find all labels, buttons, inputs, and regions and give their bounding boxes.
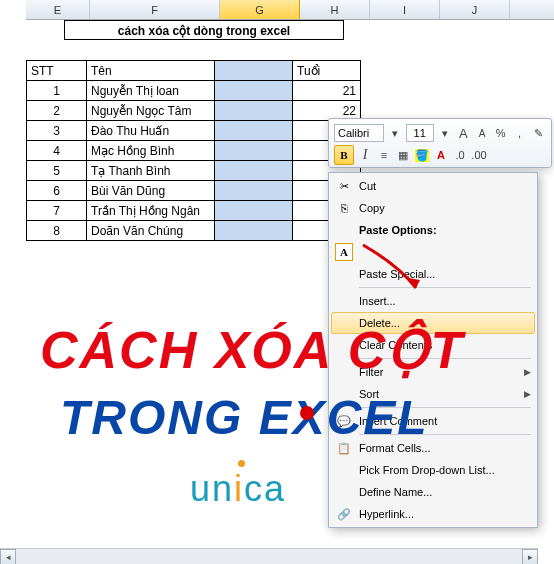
sheet-title[interactable]: cách xóa cột dòng trong excel — [64, 20, 344, 40]
col-header-H[interactable]: H — [300, 0, 370, 19]
table-row: 5Tạ Thanh Bình — [27, 161, 361, 181]
hyperlink-icon: 🔗 — [335, 505, 353, 523]
font-dropdown-icon[interactable]: ▾ — [387, 125, 403, 141]
menu-define-name[interactable]: Define Name... — [331, 481, 535, 503]
italic-button[interactable]: I — [357, 147, 373, 163]
menu-copy[interactable]: ⎘Copy — [331, 197, 535, 219]
col-header-F[interactable]: F — [90, 0, 220, 19]
size-dropdown-icon[interactable]: ▾ — [437, 125, 453, 141]
table-row: 6Bùi Văn Dũng — [27, 181, 361, 201]
copy-icon: ⎘ — [335, 199, 353, 217]
menu-paste-options-header: Paste Options: — [331, 219, 535, 241]
col-header-I[interactable]: I — [370, 0, 440, 19]
menu-insert[interactable]: Insert... — [331, 290, 535, 312]
header-tuoi[interactable]: Tuổi — [293, 61, 361, 81]
align-icon[interactable]: ≡ — [376, 147, 392, 163]
col-header-G[interactable]: G — [220, 0, 300, 19]
scroll-right-icon[interactable]: ▸ — [522, 549, 538, 565]
table-row: 8Doãn Văn Chúng — [27, 221, 361, 241]
grow-font-icon[interactable]: A — [455, 125, 471, 141]
scroll-track[interactable] — [16, 549, 522, 565]
menu-paste-special[interactable]: Paste Special... — [331, 263, 535, 285]
shrink-font-icon[interactable]: A — [474, 125, 490, 141]
comma-icon[interactable]: , — [512, 125, 528, 141]
scroll-left-icon[interactable]: ◂ — [0, 549, 16, 565]
red-dot-decoration — [300, 406, 314, 420]
border-icon[interactable]: ▦ — [395, 147, 411, 163]
overlay-title-blue: TRONG EXCEL — [60, 390, 429, 445]
col-header-J[interactable]: J — [440, 0, 510, 19]
format-painter-icon[interactable]: ✎ — [530, 125, 546, 141]
submenu-arrow-icon: ▶ — [524, 367, 531, 377]
header-empty[interactable] — [215, 61, 293, 81]
horizontal-scrollbar[interactable]: ◂ ▸ — [0, 548, 538, 564]
table-row: 3Đào Thu Huấn20 — [27, 121, 361, 141]
paste-icon: A — [335, 243, 353, 261]
font-color-icon[interactable]: A — [433, 147, 449, 163]
menu-pick-dropdown[interactable]: Pick From Drop-down List... — [331, 459, 535, 481]
menu-hyperlink[interactable]: 🔗Hyperlink... — [331, 503, 535, 525]
decrease-decimal-icon[interactable]: .0 — [452, 147, 468, 163]
font-size-input[interactable] — [406, 124, 434, 142]
mini-toolbar: ▾ ▾ A A % , ✎ B I ≡ ▦ 🪣 A .0 .00 — [328, 118, 552, 168]
table-row: 4Mạc Hồng Bình23 — [27, 141, 361, 161]
col-header-E[interactable]: E — [26, 0, 90, 19]
bold-button[interactable]: B — [334, 145, 354, 165]
table-row: 2Nguyễn Ngọc Tâm22 — [27, 101, 361, 121]
menu-paste[interactable]: A — [331, 241, 535, 263]
scissors-icon: ✂ — [335, 177, 353, 195]
header-stt[interactable]: STT — [27, 61, 87, 81]
header-ten[interactable]: Tên — [87, 61, 215, 81]
fill-color-icon[interactable]: 🪣 — [414, 147, 430, 163]
column-headers: E F G H I J — [26, 0, 554, 20]
font-select[interactable] — [334, 124, 384, 142]
menu-separator — [359, 287, 531, 288]
unica-logo: unica — [190, 468, 286, 510]
submenu-arrow-icon: ▶ — [524, 389, 531, 399]
logo-dot — [238, 460, 245, 467]
table-row: 7Trần Thị Hồng Ngân — [27, 201, 361, 221]
increase-decimal-icon[interactable]: .00 — [471, 147, 487, 163]
percent-icon[interactable]: % — [493, 125, 509, 141]
table-row: 1Nguyễn Thị loan21 — [27, 81, 361, 101]
overlay-title-red: CÁCH XÓA CỘT — [40, 320, 464, 380]
menu-cut[interactable]: ✂Cut — [331, 175, 535, 197]
data-table: STT Tên Tuổi 1Nguyễn Thị loan21 2Nguyễn … — [26, 60, 361, 241]
table-header-row: STT Tên Tuổi — [27, 61, 361, 81]
